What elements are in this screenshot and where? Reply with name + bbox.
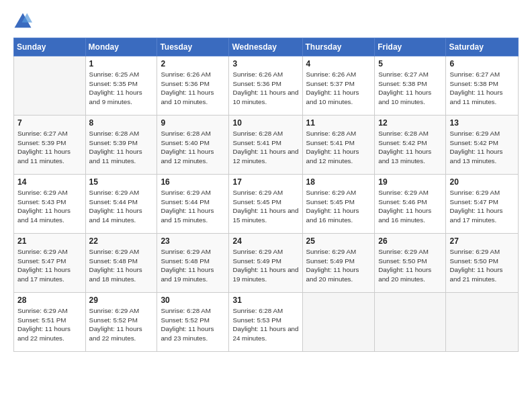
calendar-header: SundayMondayTuesdayWednesdayThursdayFrid… bbox=[14, 38, 519, 56]
day-number: 10 bbox=[232, 118, 298, 128]
calendar-cell: 28Sunrise: 6:29 AMSunset: 5:51 PMDayligh… bbox=[14, 293, 86, 352]
day-info: Sunrise: 6:29 AMSunset: 5:46 PMDaylight:… bbox=[378, 188, 442, 225]
header bbox=[13, 12, 519, 31]
day-number: 27 bbox=[449, 236, 515, 246]
calendar-cell: 16Sunrise: 6:29 AMSunset: 5:44 PMDayligh… bbox=[157, 175, 229, 234]
day-number: 14 bbox=[17, 177, 82, 187]
calendar-cell: 26Sunrise: 6:29 AMSunset: 5:50 PMDayligh… bbox=[375, 234, 446, 293]
day-info: Sunrise: 6:27 AMSunset: 5:38 PMDaylight:… bbox=[449, 70, 515, 107]
day-number: 20 bbox=[449, 177, 515, 187]
day-number: 16 bbox=[161, 177, 225, 187]
weekday-header: Thursday bbox=[302, 38, 375, 56]
calendar-cell: 23Sunrise: 6:29 AMSunset: 5:48 PMDayligh… bbox=[157, 234, 229, 293]
day-info: Sunrise: 6:29 AMSunset: 5:47 PMDaylight:… bbox=[449, 188, 515, 225]
day-info: Sunrise: 6:29 AMSunset: 5:49 PMDaylight:… bbox=[306, 247, 371, 284]
calendar-cell: 19Sunrise: 6:29 AMSunset: 5:46 PMDayligh… bbox=[375, 175, 446, 234]
day-info: Sunrise: 6:28 AMSunset: 5:52 PMDaylight:… bbox=[161, 306, 225, 343]
weekday-header: Saturday bbox=[446, 38, 519, 56]
calendar-cell: 7Sunrise: 6:27 AMSunset: 5:39 PMDaylight… bbox=[14, 116, 86, 175]
day-info: Sunrise: 6:27 AMSunset: 5:38 PMDaylight:… bbox=[378, 70, 442, 107]
day-info: Sunrise: 6:29 AMSunset: 5:48 PMDaylight:… bbox=[161, 247, 225, 284]
day-info: Sunrise: 6:29 AMSunset: 5:44 PMDaylight:… bbox=[161, 188, 225, 225]
calendar-cell: 10Sunrise: 6:28 AMSunset: 5:41 PMDayligh… bbox=[229, 116, 302, 175]
day-number: 15 bbox=[89, 177, 154, 187]
day-info: Sunrise: 6:29 AMSunset: 5:52 PMDaylight:… bbox=[89, 306, 154, 343]
day-info: Sunrise: 6:28 AMSunset: 5:53 PMDaylight:… bbox=[232, 306, 298, 343]
day-info: Sunrise: 6:28 AMSunset: 5:41 PMDaylight:… bbox=[232, 129, 298, 166]
calendar-cell: 3Sunrise: 6:26 AMSunset: 5:36 PMDaylight… bbox=[229, 56, 302, 116]
day-number: 30 bbox=[161, 295, 225, 305]
calendar-cell: 15Sunrise: 6:29 AMSunset: 5:44 PMDayligh… bbox=[85, 175, 157, 234]
day-info: Sunrise: 6:28 AMSunset: 5:40 PMDaylight:… bbox=[161, 129, 225, 166]
day-info: Sunrise: 6:27 AMSunset: 5:39 PMDaylight:… bbox=[17, 129, 82, 166]
calendar-cell: 5Sunrise: 6:27 AMSunset: 5:38 PMDaylight… bbox=[375, 56, 446, 116]
calendar-cell: 22Sunrise: 6:29 AMSunset: 5:48 PMDayligh… bbox=[85, 234, 157, 293]
weekday-header: Tuesday bbox=[157, 38, 229, 56]
day-info: Sunrise: 6:28 AMSunset: 5:41 PMDaylight:… bbox=[306, 129, 371, 166]
logo bbox=[13, 12, 35, 31]
day-info: Sunrise: 6:29 AMSunset: 5:44 PMDaylight:… bbox=[89, 188, 154, 225]
calendar-cell bbox=[302, 293, 375, 352]
day-number: 9 bbox=[161, 118, 225, 128]
page: SundayMondayTuesdayWednesdayThursdayFrid… bbox=[0, 0, 532, 411]
day-number: 28 bbox=[17, 295, 82, 305]
calendar-cell: 27Sunrise: 6:29 AMSunset: 5:50 PMDayligh… bbox=[446, 234, 519, 293]
weekday-header: Sunday bbox=[14, 38, 86, 56]
day-number: 13 bbox=[449, 118, 515, 128]
calendar-cell: 25Sunrise: 6:29 AMSunset: 5:49 PMDayligh… bbox=[302, 234, 375, 293]
logo-icon bbox=[13, 12, 32, 31]
weekday-header: Wednesday bbox=[229, 38, 302, 56]
day-info: Sunrise: 6:28 AMSunset: 5:42 PMDaylight:… bbox=[378, 129, 442, 166]
calendar-cell: 14Sunrise: 6:29 AMSunset: 5:43 PMDayligh… bbox=[14, 175, 86, 234]
day-info: Sunrise: 6:26 AMSunset: 5:36 PMDaylight:… bbox=[161, 70, 225, 107]
day-number: 4 bbox=[306, 59, 371, 68]
calendar-cell: 30Sunrise: 6:28 AMSunset: 5:52 PMDayligh… bbox=[157, 293, 229, 352]
day-number: 29 bbox=[89, 295, 154, 305]
calendar-cell: 29Sunrise: 6:29 AMSunset: 5:52 PMDayligh… bbox=[85, 293, 157, 352]
day-number: 6 bbox=[449, 59, 515, 68]
day-info: Sunrise: 6:26 AMSunset: 5:37 PMDaylight:… bbox=[306, 70, 371, 107]
calendar-cell: 18Sunrise: 6:29 AMSunset: 5:45 PMDayligh… bbox=[302, 175, 375, 234]
day-info: Sunrise: 6:29 AMSunset: 5:51 PMDaylight:… bbox=[17, 306, 82, 343]
day-info: Sunrise: 6:29 AMSunset: 5:47 PMDaylight:… bbox=[17, 247, 82, 284]
calendar-cell: 2Sunrise: 6:26 AMSunset: 5:36 PMDaylight… bbox=[157, 56, 229, 116]
day-number: 11 bbox=[306, 118, 371, 128]
day-info: Sunrise: 6:29 AMSunset: 5:49 PMDaylight:… bbox=[232, 247, 298, 284]
day-info: Sunrise: 6:29 AMSunset: 5:50 PMDaylight:… bbox=[449, 247, 515, 284]
day-info: Sunrise: 6:29 AMSunset: 5:45 PMDaylight:… bbox=[306, 188, 371, 225]
calendar-cell: 8Sunrise: 6:28 AMSunset: 5:39 PMDaylight… bbox=[85, 116, 157, 175]
day-number: 5 bbox=[378, 59, 442, 68]
day-number: 19 bbox=[378, 177, 442, 187]
day-number: 7 bbox=[17, 118, 82, 128]
calendar-body: 1Sunrise: 6:25 AMSunset: 5:35 PMDaylight… bbox=[14, 56, 519, 352]
day-number: 8 bbox=[89, 118, 154, 128]
day-number: 21 bbox=[17, 236, 82, 246]
calendar-cell: 31Sunrise: 6:28 AMSunset: 5:53 PMDayligh… bbox=[229, 293, 302, 352]
calendar-cell: 1Sunrise: 6:25 AMSunset: 5:35 PMDaylight… bbox=[85, 56, 157, 116]
day-number: 26 bbox=[378, 236, 442, 246]
calendar-cell bbox=[14, 56, 86, 116]
weekday-row: SundayMondayTuesdayWednesdayThursdayFrid… bbox=[14, 38, 519, 56]
calendar-cell: 20Sunrise: 6:29 AMSunset: 5:47 PMDayligh… bbox=[446, 175, 519, 234]
calendar-cell: 13Sunrise: 6:29 AMSunset: 5:42 PMDayligh… bbox=[446, 116, 519, 175]
day-info: Sunrise: 6:29 AMSunset: 5:42 PMDaylight:… bbox=[449, 129, 515, 166]
day-number: 23 bbox=[161, 236, 225, 246]
calendar-table: SundayMondayTuesdayWednesdayThursdayFrid… bbox=[13, 38, 519, 352]
day-number: 3 bbox=[232, 59, 298, 68]
calendar-cell: 12Sunrise: 6:28 AMSunset: 5:42 PMDayligh… bbox=[375, 116, 446, 175]
day-number: 25 bbox=[306, 236, 371, 246]
calendar-cell bbox=[375, 293, 446, 352]
day-number: 12 bbox=[378, 118, 442, 128]
calendar-week-row: 28Sunrise: 6:29 AMSunset: 5:51 PMDayligh… bbox=[14, 293, 519, 352]
day-number: 31 bbox=[232, 295, 298, 305]
day-info: Sunrise: 6:26 AMSunset: 5:36 PMDaylight:… bbox=[232, 70, 298, 107]
day-info: Sunrise: 6:25 AMSunset: 5:35 PMDaylight:… bbox=[89, 70, 154, 107]
day-number: 24 bbox=[232, 236, 298, 246]
day-number: 1 bbox=[89, 59, 154, 68]
calendar-cell: 17Sunrise: 6:29 AMSunset: 5:45 PMDayligh… bbox=[229, 175, 302, 234]
day-info: Sunrise: 6:29 AMSunset: 5:50 PMDaylight:… bbox=[378, 247, 442, 284]
calendar-week-row: 1Sunrise: 6:25 AMSunset: 5:35 PMDaylight… bbox=[14, 56, 519, 116]
day-number: 17 bbox=[232, 177, 298, 187]
day-info: Sunrise: 6:28 AMSunset: 5:39 PMDaylight:… bbox=[89, 129, 154, 166]
day-info: Sunrise: 6:29 AMSunset: 5:43 PMDaylight:… bbox=[17, 188, 82, 225]
